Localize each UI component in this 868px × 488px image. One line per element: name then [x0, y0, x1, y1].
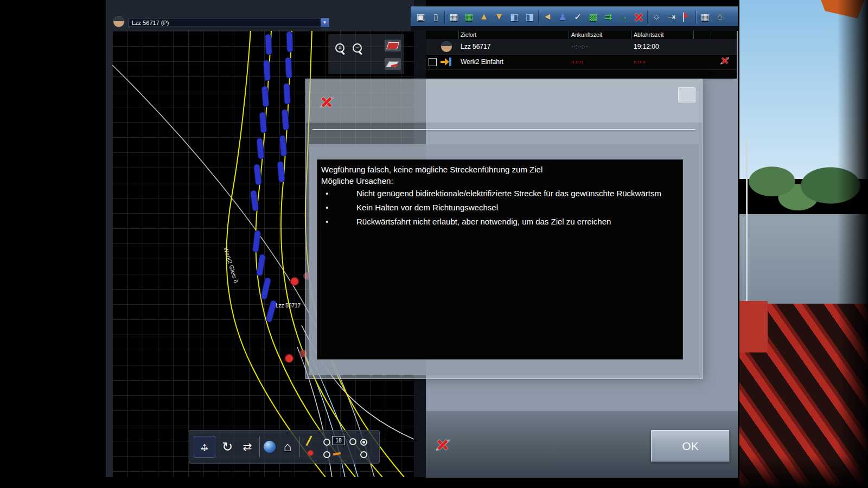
track-name-label: Werk2 Gleis 6: [222, 246, 240, 284]
window-footer: OK: [426, 410, 738, 478]
person-icon[interactable]: ♟: [556, 9, 569, 24]
ok-button-label: OK: [682, 440, 698, 453]
pole: [746, 136, 748, 304]
route-add-icon[interactable]: ⇉: [602, 9, 615, 24]
cause-text: Rückwärtsfahrt nicht erlaubt, aber notwe…: [356, 217, 611, 226]
row-abfahrtszeit: II:II:II: [634, 60, 646, 65]
application-window: Lzz 56717 (P) ▼: [0, 0, 868, 488]
zoom-out-icon[interactable]: −: [352, 43, 364, 55]
area-tool-icon: [386, 42, 399, 49]
red-signal-icon[interactable]: [308, 451, 313, 455]
rotate-button[interactable]: ↻: [219, 439, 235, 454]
entry-arrow-icon: [441, 57, 451, 66]
x-mark-icon: [635, 13, 643, 21]
map-toolbar: ↔ ↕ ↻ ⇄ ⌂ 18: [189, 430, 380, 464]
trash-icon[interactable]: ▯: [429, 9, 442, 24]
flag-icon[interactable]: [680, 9, 693, 24]
pan-v-glyph: ↕: [194, 436, 215, 457]
toggle-ring-5[interactable]: [360, 451, 367, 458]
cause-text: Kein Halten vor dem Richtungswechsel: [356, 203, 498, 212]
save-icon[interactable]: ▣: [414, 9, 427, 24]
toggle-ring-1[interactable]: [323, 439, 330, 446]
zoom-in-icon[interactable]: +: [335, 43, 347, 55]
row-ankunftszeit: --:--:--: [571, 43, 588, 50]
row-ankunftszeit: II:II:II: [571, 60, 583, 65]
insert-left-icon[interactable]: ◧: [508, 9, 521, 24]
toolbar-separator: [695, 10, 696, 23]
table-row[interactable]: Werk2 Einfahrt II:II:II II:II:II: [426, 54, 737, 69]
train-blocks[interactable]: [250, 31, 293, 323]
toolbar-separator: [647, 10, 648, 23]
area-tool-button[interactable]: [385, 40, 401, 52]
row-zielort: Lzz 56717: [461, 43, 490, 50]
toggle-ring-4[interactable]: [323, 451, 330, 458]
train-selector-value: Lzz 56717 (P): [132, 20, 169, 26]
dialog-titlebar[interactable]: [306, 79, 702, 123]
toolbar-separator: [259, 436, 260, 457]
select-icon[interactable]: ◄: [541, 9, 554, 24]
edge-fade: [837, 0, 868, 488]
toggle-ring-3[interactable]: [360, 439, 367, 446]
dialog-cause-2: ●Kein Halten vor dem Richtungswechsel: [321, 201, 682, 215]
toggle-ring-2[interactable]: [349, 438, 356, 445]
dropdown-arrow-icon[interactable]: ▼: [321, 18, 329, 27]
depot-icon[interactable]: ⌂: [713, 9, 726, 24]
crane-base: [739, 301, 768, 352]
toolbar-separator: [299, 436, 300, 457]
globe-button[interactable]: [264, 441, 276, 453]
header-abfahrtszeit: Abfahrtszeit: [634, 31, 663, 38]
catenary-icon[interactable]: [305, 435, 312, 446]
signal-controls: 18: [304, 433, 374, 460]
table-row[interactable]: Lzz 56717 --:--:-- 19:12:00: [426, 39, 737, 54]
zoom-out-glyph: −: [353, 43, 362, 53]
bullet-icon: ●: [326, 201, 356, 215]
row-abfahrtszeit: 19:12:00: [634, 43, 659, 50]
erase-tool-button[interactable]: [385, 58, 401, 70]
grid-green-icon[interactable]: ▦: [462, 9, 475, 24]
blocks-green-icon[interactable]: ▩: [586, 9, 599, 24]
main-toolbar: ▣ ▯ ▦ ▦ ▲ ▼ ◧ ◨ ◄ ♟ ✓ ▩ ⇉ → ☼ ⇥ ▦ ⌂: [411, 7, 738, 27]
insert-right-icon[interactable]: ◨: [523, 9, 536, 24]
bullet-icon: ●: [326, 187, 356, 201]
toolbar-shadow: [411, 26, 738, 31]
route-go-icon[interactable]: →: [617, 9, 630, 24]
schedule-table: Zielort Ankunftszeit Abfahrtszeit Lzz 56…: [426, 31, 737, 79]
dialog-cause-3: ●Rückwärtsfahrt nicht erlaubt, aber notw…: [321, 215, 682, 229]
confirm-icon[interactable]: ✓: [571, 9, 584, 24]
route-cancel-icon[interactable]: [632, 9, 645, 24]
dialog-divider: [312, 129, 695, 130]
dialog-corner-button[interactable]: [678, 87, 695, 102]
move-up-icon[interactable]: ▲: [477, 9, 490, 24]
bottom-fade: [739, 455, 868, 488]
header-zielort: Zielort: [461, 31, 476, 38]
speed-marker: [333, 452, 341, 455]
dialog-close-icon[interactable]: [320, 95, 334, 110]
dialog-message-box: Wegführung falsch, keine mögliche Streck…: [317, 159, 683, 359]
driver-avatar-icon: [113, 16, 124, 27]
move-down-icon[interactable]: ▼: [493, 9, 506, 24]
header-ankunftszeit: Ankunftszeit: [571, 31, 602, 38]
bullet-icon: ●: [326, 215, 356, 229]
row-checkbox[interactable]: [429, 58, 437, 66]
train-selector[interactable]: Lzz 56717 (P) ▼: [129, 18, 329, 27]
map-tools-panel: + −: [328, 34, 404, 74]
train-name-label: Lzz 56717: [276, 303, 301, 309]
row-zielort: Werk2 Einfahrt: [461, 58, 503, 66]
jump-view-button[interactable]: ⇄: [239, 440, 256, 453]
zoom-level-value: 18: [332, 436, 345, 445]
cause-text: Nicht genügend bidirektionale/elektrifiz…: [356, 189, 661, 198]
world-view: [738, 0, 868, 488]
dialog-message: Wegführung falsch, keine mögliche Streck…: [321, 164, 682, 175]
zoom-in-glyph: +: [335, 43, 344, 53]
pan-button[interactable]: ↔ ↕: [194, 436, 215, 458]
remove-stop-icon[interactable]: [720, 56, 729, 65]
grid-icon[interactable]: ▦: [447, 9, 460, 24]
dialog-causes-label: Mögliche Ursachen:: [321, 175, 682, 187]
settings-icon[interactable]: ☼: [650, 9, 663, 24]
keypad-icon[interactable]: ▦: [698, 9, 711, 24]
exit-icon[interactable]: ⇥: [665, 9, 678, 24]
home-button[interactable]: ⌂: [279, 439, 296, 454]
dialog-cause-1: ●Nicht genügend bidirektionale/elektrifi…: [321, 187, 682, 201]
cancel-route-icon[interactable]: [436, 438, 450, 452]
ok-button[interactable]: OK: [651, 430, 730, 462]
